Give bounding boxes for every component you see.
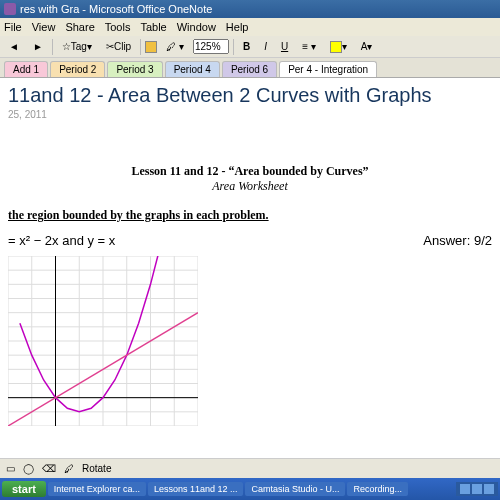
instruction-text: the region bounded by the graphs in each…: [8, 208, 492, 223]
bullets-button[interactable]: ≡ ▾: [297, 39, 321, 54]
drawing-toolbar: ▭ ◯ ⌫ 🖊 Rotate: [0, 458, 500, 478]
italic-button[interactable]: I: [259, 39, 272, 54]
problem-row: = x² − 2x and y = x Answer: 9/2: [8, 233, 492, 248]
graph-plot: [8, 256, 492, 428]
bold-button[interactable]: B: [238, 39, 255, 54]
tag-button[interactable]: ☆ Tag ▾: [57, 39, 97, 54]
tab-period-1[interactable]: Add 1: [4, 61, 48, 77]
font-color-button[interactable]: A▾: [356, 39, 378, 54]
tab-period-4[interactable]: Period 4: [165, 61, 220, 77]
task-onenote[interactable]: Lessons 11and 12 ...: [148, 482, 244, 496]
task-recording[interactable]: Recording...: [347, 482, 408, 496]
highlight-swatch[interactable]: [145, 41, 157, 53]
select-tool[interactable]: ▭: [6, 463, 15, 474]
pen-button[interactable]: 🖊 ▾: [161, 39, 189, 54]
zoom-input[interactable]: [193, 39, 229, 54]
menu-window[interactable]: Window: [177, 21, 216, 33]
forward-button[interactable]: ►: [28, 39, 48, 54]
window-title: res with Gra - Microsoft Office OneNote: [20, 3, 212, 15]
eraser-tool[interactable]: ⌫: [42, 463, 56, 474]
window-titlebar: res with Gra - Microsoft Office OneNote: [0, 0, 500, 18]
menu-file[interactable]: File: [4, 21, 22, 33]
section-tabs: Add 1 Period 2 Period 3 Period 4 Period …: [0, 58, 500, 78]
tray-icon[interactable]: [460, 484, 470, 494]
task-ie[interactable]: Internet Explorer ca...: [48, 482, 146, 496]
menu-share[interactable]: Share: [65, 21, 94, 33]
tray-icon[interactable]: [472, 484, 482, 494]
document-body: Lesson 11 and 12 - “Area bounded by Curv…: [8, 164, 492, 428]
lesson-subtitle: Area Worksheet: [8, 179, 492, 194]
tab-period-2[interactable]: Period 2: [50, 61, 105, 77]
page-canvas[interactable]: 11and 12 - Area Between 2 Curves with Gr…: [0, 78, 500, 458]
highlight-button[interactable]: ▾: [325, 39, 352, 55]
separator: [52, 39, 53, 55]
menu-table[interactable]: Table: [140, 21, 166, 33]
answer-text: Answer: 9/2: [423, 233, 492, 248]
back-button[interactable]: ◄: [4, 39, 24, 54]
app-icon: [4, 3, 16, 15]
page-date: 25, 2011: [8, 109, 492, 120]
chart-svg: [8, 256, 198, 426]
system-tray[interactable]: [456, 482, 498, 496]
separator: [233, 39, 234, 55]
task-camtasia[interactable]: Camtasia Studio - U...: [245, 482, 345, 496]
menubar: File View Share Tools Table Window Help: [0, 18, 500, 36]
toolbar: ◄ ► ☆ Tag ▾ ✂ Clip 🖊 ▾ B I U ≡ ▾ ▾ A▾: [0, 36, 500, 58]
tray-icon[interactable]: [484, 484, 494, 494]
tab-period-3[interactable]: Period 3: [107, 61, 162, 77]
clip-button[interactable]: ✂ Clip: [101, 39, 136, 54]
start-button[interactable]: start: [2, 481, 46, 497]
lasso-tool[interactable]: ◯: [23, 463, 34, 474]
page-title[interactable]: 11and 12 - Area Between 2 Curves with Gr…: [8, 84, 492, 107]
tab-period-6[interactable]: Period 6: [222, 61, 277, 77]
taskbar: start Internet Explorer ca... Lessons 11…: [0, 478, 500, 500]
menu-view[interactable]: View: [32, 21, 56, 33]
separator: [140, 39, 141, 55]
menu-tools[interactable]: Tools: [105, 21, 131, 33]
equation-text: = x² − 2x and y = x: [8, 233, 115, 248]
underline-button[interactable]: U: [276, 39, 293, 54]
lesson-heading: Lesson 11 and 12 - “Area bounded by Curv…: [8, 164, 492, 179]
tab-active[interactable]: Per 4 - Integration: [279, 61, 377, 77]
menu-help[interactable]: Help: [226, 21, 249, 33]
pen-tool[interactable]: 🖊: [64, 463, 74, 474]
rotate-button[interactable]: Rotate: [82, 463, 111, 474]
